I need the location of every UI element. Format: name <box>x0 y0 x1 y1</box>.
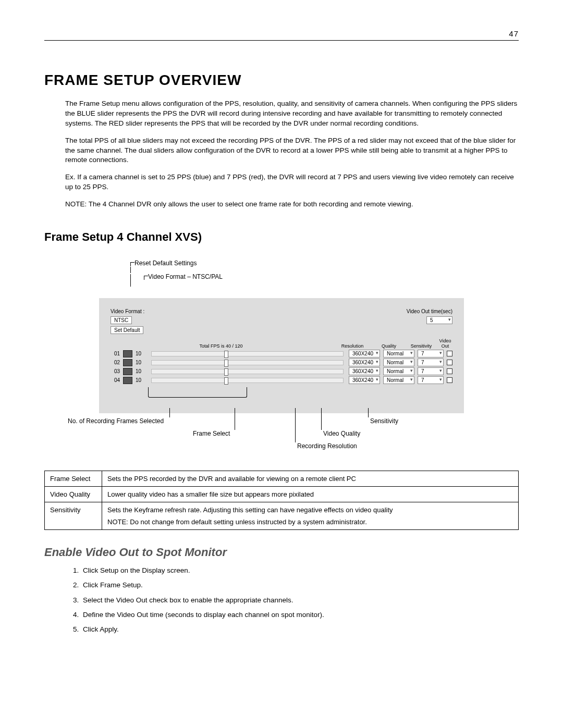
video-format-label: Video Format : <box>111 309 144 314</box>
callout-frame-select: Frame Select <box>193 430 230 437</box>
def-key: Frame Select <box>45 471 102 487</box>
total-fps-label: Total FPS is 40 / 120 <box>111 343 332 349</box>
intro-paragraph-1: The Frame Setup menu allows configuratio… <box>44 99 519 129</box>
resolution-select[interactable]: 360X240 <box>349 350 380 357</box>
channel-row-1: 01 10 360X240 Normal 7 <box>111 350 452 357</box>
page-number: 47 <box>509 29 519 38</box>
ntsc-button[interactable]: NTSC <box>111 316 132 324</box>
resolution-select[interactable]: 360X240 <box>349 376 380 384</box>
channel-number: 01 <box>111 351 120 356</box>
channel-fps-value: 10 <box>136 368 146 374</box>
page-title: FRAME SETUP OVERVIEW <box>44 72 519 89</box>
camera-icon <box>123 377 132 384</box>
list-item: Define the Video Out time (seconds to di… <box>81 610 519 620</box>
video-out-checkbox[interactable] <box>447 368 452 374</box>
list-item: Select the Video Out check box to enable… <box>81 595 519 606</box>
definitions-table: Frame Select Sets the PPS recorded by th… <box>44 471 519 530</box>
resolution-select[interactable]: 360X240 <box>349 367 380 375</box>
fps-slider[interactable] <box>151 378 344 383</box>
settings-panel: Video Format : Video Out time(sec) NTSC … <box>99 298 464 413</box>
col-resolution: Resolution <box>337 343 368 349</box>
def-key: Video Quality <box>45 487 102 502</box>
camera-icon <box>123 359 132 366</box>
sensitivity-select[interactable]: 7 <box>418 350 444 357</box>
callout-sensitivity: Sensitivity <box>370 417 398 425</box>
channel-row-4: 04 10 360X240 Normal 7 <box>111 376 452 384</box>
resolution-select[interactable]: 360X240 <box>349 359 380 366</box>
channel-row-2: 02 10 360X240 Normal 7 <box>111 359 452 366</box>
channel-fps-value: 10 <box>136 351 146 356</box>
sensitivity-select[interactable]: 7 <box>418 376 444 384</box>
def-value: Lower quality video has a smaller file s… <box>102 487 519 502</box>
enable-video-out-heading: Enable Video Out to Spot Monitor <box>44 546 519 559</box>
callout-recording-resolution: Recording Resolution <box>297 442 357 450</box>
def-value: Sets the PPS recorded by the DVR and ava… <box>102 471 519 487</box>
video-out-time-label: Video Out time(sec) <box>407 309 452 314</box>
intro-paragraph-3: Ex. If a camera channel is set to 25 PPS… <box>44 172 519 192</box>
quality-select[interactable]: Normal <box>383 367 414 375</box>
steps-list: Click Setup on the Display screen. Click… <box>44 565 519 635</box>
list-item: Click Apply. <box>81 624 519 635</box>
def-value: Sets the Keyframe refresh rate. Adjustin… <box>102 502 519 530</box>
camera-icon <box>123 368 132 375</box>
def-key: Sensitivity <box>45 502 102 530</box>
table-row: Video Quality Lower quality video has a … <box>45 487 519 502</box>
fps-slider[interactable] <box>151 360 344 365</box>
subheading-frame-setup-4ch: Frame Setup 4 Channel XVS) <box>44 230 519 244</box>
channel-row-3: 03 10 360X240 Normal 7 <box>111 367 452 375</box>
list-item: Click Setup on the Display screen. <box>81 565 519 576</box>
channel-number: 02 <box>111 360 120 365</box>
frame-setup-diagram: Reset Default Settings Video Format – NT… <box>99 260 464 455</box>
callout-reset-default: Reset Default Settings <box>134 260 197 267</box>
sensitivity-select[interactable]: 7 <box>418 359 444 366</box>
quality-select[interactable]: Normal <box>383 376 414 384</box>
col-video-out: Video Out <box>438 338 452 349</box>
intro-paragraph-2: The total PPS of all blue sliders may no… <box>44 136 519 166</box>
camera-icon <box>123 350 132 357</box>
channel-fps-value: 10 <box>136 377 146 383</box>
fps-slider[interactable] <box>151 351 344 356</box>
quality-select[interactable]: Normal <box>383 359 414 366</box>
quality-select[interactable]: Normal <box>383 350 414 357</box>
frame-select-brace <box>148 387 247 398</box>
fps-slider[interactable] <box>151 369 344 374</box>
col-quality: Quality <box>373 343 405 349</box>
channel-number: 04 <box>111 377 120 383</box>
col-sensitivity: Sensitivity <box>410 343 433 349</box>
video-out-checkbox[interactable] <box>447 360 452 365</box>
callout-video-format: Video Format – NTSC/PAL <box>148 273 223 280</box>
channel-number: 03 <box>111 368 120 374</box>
header-rule: 47 <box>44 31 519 41</box>
list-item: Click Frame Setup. <box>81 580 519 590</box>
channel-fps-value: 10 <box>136 360 146 365</box>
set-default-button[interactable]: Set Default <box>111 326 143 334</box>
table-row: Sensitivity Sets the Keyframe refresh ra… <box>45 502 519 530</box>
video-out-time-select[interactable]: 5 <box>426 316 452 324</box>
video-out-checkbox[interactable] <box>447 377 452 383</box>
video-out-checkbox[interactable] <box>447 351 452 356</box>
callout-video-quality: Video Quality <box>323 430 360 437</box>
sensitivity-select[interactable]: 7 <box>418 367 444 375</box>
intro-note: NOTE: The 4 Channel DVR only allows the … <box>44 200 519 209</box>
table-row: Frame Select Sets the PPS recorded by th… <box>45 471 519 487</box>
callout-recording-frames: No. of Recording Frames Selected <box>68 417 164 425</box>
